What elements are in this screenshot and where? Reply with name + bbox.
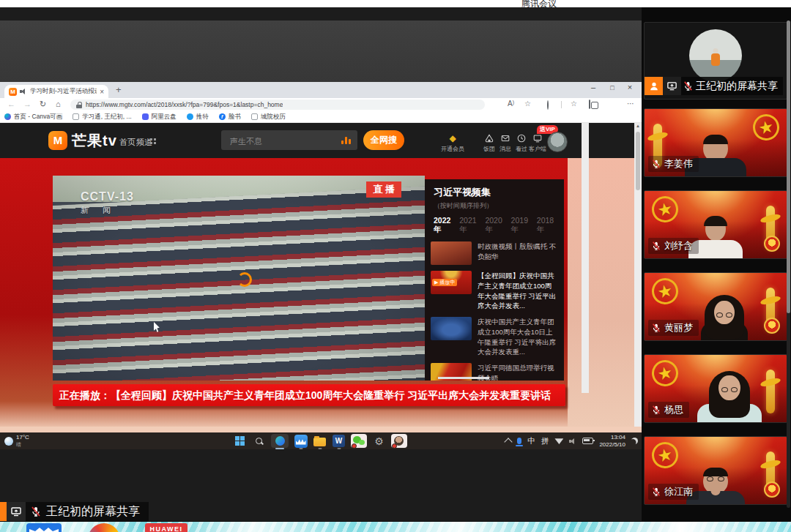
participant-tile-share[interactable]: 王纪初的屏幕共享 bbox=[644, 22, 787, 100]
page-scrollbar[interactable] bbox=[582, 123, 589, 393]
participant-tile[interactable]: ★ 黄丽梦 bbox=[644, 272, 787, 341]
notification-dot bbox=[352, 443, 357, 449]
tab-audio-icon[interactable] bbox=[20, 89, 27, 94]
browser-tab[interactable]: M 学习时刻-习近平活动报道... × bbox=[4, 85, 108, 98]
mgtv-logo-text[interactable]: 芒果tv bbox=[72, 131, 117, 151]
playlist-item-playing[interactable]: ▶ 播放中 【全程回顾】庆祝中国共产主义青年团成立100周年大会隆重举行 习近平… bbox=[425, 268, 564, 314]
forward-icon[interactable]: → bbox=[23, 100, 31, 108]
bookmark-facebook[interactable]: f脸书 bbox=[219, 113, 241, 121]
bookmark-canva[interactable]: 首页 - Canva可画 bbox=[4, 113, 62, 121]
wechat-app-icon[interactable] bbox=[351, 434, 367, 448]
chart-app-icon[interactable] bbox=[26, 523, 62, 532]
qq-app-icon[interactable] bbox=[391, 434, 407, 448]
mgtv-logo-icon[interactable]: M bbox=[48, 131, 67, 150]
presenter-name: 王纪初的屏幕共享 bbox=[46, 504, 140, 520]
participant-tile[interactable]: ★ 徐江南 bbox=[644, 436, 787, 505]
ime-mode[interactable]: 拼 bbox=[541, 436, 549, 446]
league-star-icon: ★ bbox=[650, 276, 681, 307]
browser-app-icon[interactable] bbox=[88, 523, 120, 532]
file-explorer-icon[interactable] bbox=[313, 434, 327, 448]
window-close-button[interactable]: × bbox=[623, 83, 637, 91]
playlist-thumbnail[interactable] bbox=[431, 317, 472, 340]
url-text[interactable]: https://www.mgtv.com/act/2018/xxsk/?fpa=… bbox=[86, 101, 283, 108]
wifi-icon[interactable] bbox=[554, 438, 563, 444]
ime-language[interactable]: 中 bbox=[527, 436, 535, 446]
huawei-app-icon[interactable]: HUAWEI bbox=[145, 523, 187, 532]
huabiao-pillar bbox=[766, 370, 775, 413]
video-player[interactable]: CCTV-13 新 闻 直 播 bbox=[53, 176, 425, 381]
muted-mic-icon bbox=[651, 241, 661, 251]
focus-assist-moon-icon[interactable] bbox=[631, 438, 638, 444]
playlist-item[interactable]: 庆祝中国共产主义青年团成立100周年大会10日上午隆重举行 习近平将出席大会并发… bbox=[425, 314, 564, 360]
year-tab-2020[interactable]: 2020年 bbox=[485, 216, 503, 235]
window-maximize-button[interactable]: □ bbox=[605, 84, 620, 91]
settings-menu-icon[interactable]: ⋯ bbox=[627, 100, 634, 108]
hidden-icons-chevron[interactable] bbox=[505, 438, 513, 446]
bookmark-twitter[interactable]: 推特 bbox=[187, 113, 209, 121]
playlist-item[interactable]: 时政微视频丨殷殷嘱托 不负韶华 bbox=[425, 239, 564, 268]
collections-icon[interactable] bbox=[589, 100, 590, 108]
bookmarks-bar: 首页 - Canva可画 学习通, 王纪初, ... 阿里云盘 推特 f脸书 城… bbox=[0, 111, 642, 123]
browser-essentials-icon[interactable] bbox=[547, 101, 549, 109]
shared-desktop-background bbox=[0, 20, 642, 82]
word-app-icon[interactable]: W bbox=[332, 434, 346, 448]
start-button[interactable] bbox=[233, 434, 247, 448]
panel-scrollbar[interactable] bbox=[787, 20, 790, 508]
bookmark-xuexitong[interactable]: 学习通, 王纪初, ... bbox=[73, 113, 132, 121]
playlist-thumbnail[interactable]: ▶ 播放中 bbox=[431, 271, 472, 294]
year-tab-2018[interactable]: 2018年 bbox=[537, 216, 555, 235]
screen-share-view: M 学习时刻-习近平活动报道... × + – □ × ← → ↻ ⌂ http… bbox=[0, 7, 642, 521]
browser-scrollbar[interactable]: ▲ bbox=[634, 123, 642, 428]
participant-name: 杨思 bbox=[664, 403, 683, 416]
settings-gear-icon[interactable]: ⚙ bbox=[372, 434, 386, 448]
participants-panel: 王纪初的屏幕共享 ★ 李姜伟 ★ 刘纾含 ★ 黄丽梦 ★ bbox=[642, 7, 791, 521]
year-tab-2019[interactable]: 2019年 bbox=[511, 216, 530, 235]
scroll-up-icon[interactable]: ▲ bbox=[634, 124, 642, 128]
taskbar-search-icon[interactable] bbox=[252, 434, 266, 448]
edge-app-icon[interactable] bbox=[271, 434, 289, 448]
refresh-icon[interactable]: ↻ bbox=[40, 100, 46, 109]
volume-icon[interactable] bbox=[569, 438, 576, 444]
back-icon[interactable]: ← bbox=[7, 100, 15, 108]
add-favorite-icon[interactable]: ☆ bbox=[524, 100, 531, 108]
playlist-subtitle: （按时间顺序排列） bbox=[425, 199, 564, 211]
favorites-icon[interactable]: ☆ bbox=[571, 100, 577, 108]
avatar bbox=[689, 29, 742, 82]
home-icon[interactable]: ⌂ bbox=[56, 100, 61, 108]
channel-grid-icon[interactable] bbox=[150, 138, 152, 141]
learning-app-icon[interactable] bbox=[294, 434, 308, 448]
weather-icon bbox=[4, 437, 13, 446]
active-mic-icon[interactable] bbox=[517, 438, 521, 444]
hot-search-bars-icon[interactable] bbox=[341, 137, 352, 144]
search-all-button[interactable]: 全网搜 bbox=[363, 130, 404, 150]
participant-tile[interactable]: ★ 李姜伟 bbox=[644, 108, 787, 177]
playlist-thumbnail[interactable] bbox=[431, 241, 472, 265]
panel-scrollbar-thumb[interactable] bbox=[787, 20, 790, 313]
scrollbar-thumb[interactable] bbox=[636, 132, 640, 190]
menu-vip[interactable]: ◆ 开通会员 bbox=[437, 132, 469, 153]
address-bar[interactable]: https://www.mgtv.com/act/2018/xxsk/?fpa=… bbox=[70, 100, 485, 110]
participant-tile[interactable]: ★ 刘纾含 bbox=[644, 190, 787, 259]
bookmark-aliyun[interactable]: 阿里云盘 bbox=[142, 113, 177, 121]
year-tab-2021[interactable]: 2021年 bbox=[459, 216, 478, 235]
cctv-watermark: CCTV-13 新 闻 bbox=[81, 190, 134, 216]
weather-widget[interactable]: 17°C 晴 bbox=[4, 434, 29, 449]
playlist-scrollbar[interactable] bbox=[438, 377, 489, 379]
nav-home[interactable]: 首页 bbox=[119, 137, 135, 148]
battery-icon[interactable] bbox=[582, 438, 593, 444]
participant-video bbox=[693, 375, 766, 422]
screen-share-icon bbox=[663, 77, 681, 95]
clock-widget[interactable]: 13:04 2022/5/10 bbox=[599, 434, 625, 449]
year-tab-2022[interactable]: 2022年 bbox=[434, 216, 452, 235]
read-aloud-icon[interactable]: A bbox=[508, 100, 514, 108]
tray-time: 13:04 bbox=[599, 434, 625, 441]
user-avatar[interactable] bbox=[547, 132, 568, 152]
search-input[interactable] bbox=[229, 130, 334, 151]
lock-icon bbox=[76, 102, 82, 108]
bookmark-calendar[interactable]: 城院校历 bbox=[251, 113, 286, 121]
new-tab-button[interactable]: + bbox=[116, 84, 122, 95]
search-box[interactable] bbox=[221, 130, 357, 150]
window-minimize-button[interactable]: – bbox=[586, 83, 601, 91]
tab-close-icon[interactable]: × bbox=[100, 88, 104, 96]
participant-tile[interactable]: ★ 杨思 bbox=[644, 354, 787, 423]
